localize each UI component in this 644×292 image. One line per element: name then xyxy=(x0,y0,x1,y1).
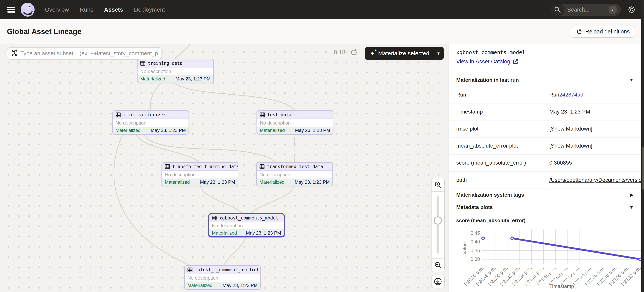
table-row: path/Users/odetteharary/Documents/versio… xyxy=(448,172,641,189)
value-link[interactable]: [Show Markdown] xyxy=(549,143,592,149)
top-nav: OverviewRunsAssetsDeployment Search... / xyxy=(0,0,644,19)
asset-node-tfidf_vectorizer[interactable]: tfidf_vectorizerNo descriptionMaterializ… xyxy=(112,110,189,135)
nav-item-overview[interactable]: Overview xyxy=(45,7,69,13)
row-value: Run 242374ad xyxy=(544,86,641,103)
dagster-octopus-icon xyxy=(20,3,35,17)
table-row: rmse plot[Show Markdown] xyxy=(448,120,641,137)
asset-node-body: No description xyxy=(209,222,284,229)
asset-description: No description xyxy=(260,172,290,177)
nav-right: Search... / xyxy=(550,4,644,16)
section-system-tags-label: Materialization system tags xyxy=(456,192,524,198)
download-icon xyxy=(434,277,442,286)
asset-node-footer: MaterializedMay 23, 1:23 PM xyxy=(138,75,213,83)
asset-timestamp: May 23, 1:23 PM xyxy=(295,128,330,133)
run-link[interactable]: 242374ad xyxy=(559,92,583,98)
asset-node-footer: MaterializedMay 23, 1:23 PM xyxy=(113,127,188,134)
view-in-asset-catalog-link[interactable]: View in Asset Catalog xyxy=(456,58,518,65)
asset-node-training_data[interactable]: training_dataNo descriptionMaterializedM… xyxy=(137,59,214,83)
table-icon xyxy=(165,164,170,169)
nav-item-deployment[interactable]: Deployment xyxy=(134,7,165,13)
asset-timestamp: May 23, 1:23 PM xyxy=(295,179,330,185)
asset-node-header: xgboost_comments_model xyxy=(209,214,284,222)
nav-item-assets[interactable]: Assets xyxy=(104,7,123,13)
asset-node-header: transformed_test_data xyxy=(257,163,332,171)
asset-description: No description xyxy=(165,172,196,177)
section-system-tags[interactable]: Materialization system tags ▶ xyxy=(448,189,641,201)
asset-name: transformed_training_data xyxy=(172,164,238,169)
asset-node-header: transformed_training_data xyxy=(162,163,238,171)
nav-item-runs[interactable]: Runs xyxy=(80,7,93,13)
asset-node-header: training_data xyxy=(138,59,213,68)
asset-timestamp: May 23, 1:23 PM xyxy=(200,179,235,185)
materialize-selected-main[interactable]: ✦✦ Materialize selected xyxy=(365,50,433,57)
section-metadata-plots[interactable]: Metadata plots ▼ xyxy=(448,201,641,213)
zoom-controls xyxy=(431,178,445,272)
menu-icon[interactable] xyxy=(7,7,15,13)
score-line-chart: 0.450.400.350.30Value1:20:36 p.m.1:20:48… xyxy=(448,224,641,291)
asset-node-body: No description xyxy=(138,68,213,75)
row-label: rmse plot xyxy=(448,120,544,137)
section-last-run-label: Materialization in last run xyxy=(456,77,519,83)
asset-description: No description xyxy=(212,223,243,229)
svg-text:Timestamp: Timestamp xyxy=(549,283,574,289)
asset-node-transformed_test_data[interactable]: transformed_test_dataNo descriptionMater… xyxy=(256,162,333,186)
panel-header: xgboost_comments_model View in Asset Cat… xyxy=(448,44,641,74)
zoom-slider-handle[interactable] xyxy=(434,216,442,224)
asset-timestamp: May 23, 1:23 PM xyxy=(223,283,258,288)
reload-definitions-button[interactable]: Reload definitions xyxy=(571,26,635,38)
asset-details-panel: xgboost_comments_model View in Asset Cat… xyxy=(448,44,641,292)
asset-node-footer: MaterializedMay 23, 1:23 PM xyxy=(209,229,284,237)
asset-status: Materialized xyxy=(260,128,285,133)
asset-status: Materialized xyxy=(260,179,284,185)
asset-node-latest_comment_predictions[interactable]: latest_…_comment_predictionsNo descripti… xyxy=(184,265,261,290)
asset-node-xgboost_comments_model[interactable]: xgboost_comments_modelNo descriptionMate… xyxy=(208,213,285,237)
chevron-right-icon: ▶ xyxy=(630,192,634,197)
download-graph-button[interactable] xyxy=(431,275,445,288)
value-link[interactable]: [Show Markdown] xyxy=(549,126,592,132)
table-row: score (mean_absolute_error)0.300855 xyxy=(448,155,641,172)
asset-node-body: No description xyxy=(185,274,260,282)
asset-node-footer: MaterializedMay 23, 1:23 PM xyxy=(185,282,260,289)
row-value: May 23, 1:23 PM xyxy=(544,103,641,120)
asset-subset-input[interactable]: Type an asset subset... (ex: ++latest_st… xyxy=(7,47,162,60)
page-header: Global Asset Lineage Reload definitions xyxy=(0,19,644,44)
materialize-selected-button[interactable]: ✦✦ Materialize selected ▼ xyxy=(365,47,444,60)
settings-gear-icon[interactable] xyxy=(628,6,636,14)
graph-refresh-icon[interactable] xyxy=(350,49,358,56)
table-icon xyxy=(116,112,121,117)
row-label: mean_absolute_error plot xyxy=(448,137,544,154)
asset-description: No description xyxy=(260,120,291,126)
table-row: TimestampMay 23, 1:23 PM xyxy=(448,103,641,120)
asset-node-header: test_data xyxy=(257,111,333,119)
value-link[interactable]: /Users/odetteharary/Documents/version xyxy=(549,177,641,183)
lineage-filter-icon xyxy=(11,50,18,57)
asset-node-body: No description xyxy=(257,119,333,127)
asset-status: Materialized xyxy=(116,128,140,133)
run-prefix: Run xyxy=(549,92,559,98)
svg-text:0.30: 0.30 xyxy=(470,256,480,262)
asset-node-header: tfidf_vectorizer xyxy=(113,111,188,119)
asset-node-transformed_training_data[interactable]: transformed_training_dataNo descriptionM… xyxy=(162,162,238,186)
table-row: RunRun 242374ad xyxy=(448,86,641,103)
refresh-icon xyxy=(576,29,582,35)
search-input[interactable]: Search... / xyxy=(550,4,621,16)
asset-node-test_data[interactable]: test_dataNo descriptionMaterializedMay 2… xyxy=(256,110,334,135)
search-shortcut-badge: / xyxy=(609,6,616,14)
row-value: [Show Markdown] xyxy=(544,137,641,154)
asset-status: Materialized xyxy=(165,179,190,185)
search-icon xyxy=(550,4,564,16)
asset-node-footer: MaterializedMay 23, 1:23 PM xyxy=(257,178,332,186)
scrollbar-thumb[interactable] xyxy=(642,147,644,189)
dagster-logo[interactable] xyxy=(20,3,35,17)
zoom-slider-track[interactable] xyxy=(436,196,439,253)
asset-node-footer: MaterializedMay 23, 1:23 PM xyxy=(162,178,238,186)
row-value: 0.300855 xyxy=(544,155,641,171)
zoom-in-button[interactable] xyxy=(432,178,444,192)
zoom-slider[interactable] xyxy=(432,192,444,258)
lineage-graph[interactable]: Type an asset subset... (ex: ++latest_st… xyxy=(0,44,448,292)
materialize-options-caret[interactable]: ▼ xyxy=(433,51,444,56)
section-materialization-last-run[interactable]: Materialization in last run ▼ xyxy=(448,74,641,86)
catalog-link-label: View in Asset Catalog xyxy=(456,58,510,65)
external-link-icon xyxy=(513,59,518,65)
zoom-out-button[interactable] xyxy=(432,258,444,272)
